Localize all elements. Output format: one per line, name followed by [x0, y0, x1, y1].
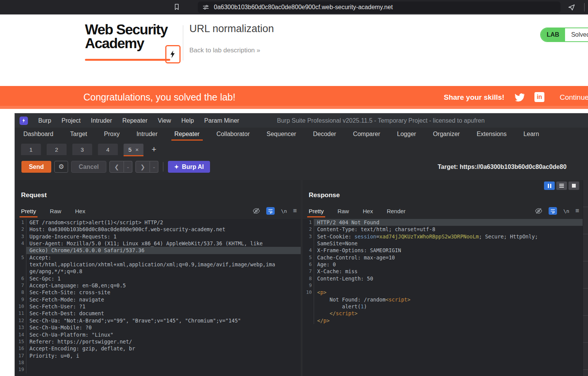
burp-ai-button[interactable]: ✦ Burp AI [168, 161, 210, 173]
back-dropdown[interactable]: ⌄ [124, 161, 132, 173]
main-tab-repeater[interactable]: Repeater [174, 128, 200, 141]
congratulations-banner: Congratulations, you solved the lab! Sha… [0, 86, 588, 109]
code-text: Not Found: /random<script> [314, 296, 583, 303]
menu-help[interactable]: Help [181, 117, 194, 124]
bookmark-icon[interactable] [173, 3, 181, 11]
code-token: Accept-Encoding: gzip, deflate, br [29, 345, 135, 352]
main-tab-learn[interactable]: Learn [523, 128, 539, 141]
repeater-tab-label: 1 [29, 146, 33, 153]
continue-link[interactable]: Continue [560, 93, 588, 102]
word-wrap-toggle[interactable] [266, 207, 275, 215]
show-newlines-icon[interactable]: \n [281, 208, 287, 214]
editor-menu-icon[interactable]: ≡ [293, 207, 297, 215]
repeater-tab-label: 3 [81, 146, 84, 153]
code-text: Sec-Gpc: 1 [26, 275, 301, 282]
main-tab-collaborator[interactable]: Collaborator [217, 128, 250, 141]
cancel-button[interactable]: Cancel [71, 161, 106, 173]
inspector-collapsed-strip[interactable] [583, 180, 588, 376]
hide-headers-icon[interactable] [252, 207, 260, 215]
line-number: 1 [15, 219, 26, 226]
editor-menu-icon[interactable]: ≡ [575, 207, 579, 215]
web-security-academy-logo[interactable]: Web Security Academy [85, 23, 168, 51]
menu-repeater[interactable]: Repeater [122, 117, 148, 124]
new-repeater-tab-button[interactable]: + [149, 144, 159, 155]
show-newlines-icon[interactable]: \n [563, 208, 569, 214]
repeater-tab-3[interactable]: 3 [72, 144, 92, 155]
linkedin-icon[interactable]: in [534, 92, 544, 102]
repeater-tab-4[interactable]: 4 [98, 144, 118, 155]
main-tab-organizer[interactable]: Organizer [433, 128, 460, 141]
request-editor[interactable]: 1GET /random<script>alert(1)</script> HT… [15, 219, 301, 376]
res-tab-hex[interactable]: Hex [363, 204, 373, 217]
layout-single-button[interactable] [568, 182, 579, 190]
code-token: Age: 0 [317, 261, 336, 267]
forward-button[interactable]: ❯ [135, 161, 150, 173]
req-tab-raw[interactable]: Raw [50, 204, 61, 217]
target-url: Target: https://0a6300b103b60d0c80ac0de8… [438, 161, 567, 173]
code-line: 3Set-Cookie: session=xad74jJQKUzTxWhoRBp… [303, 233, 583, 240]
code-line: SameSite=None [303, 240, 583, 247]
line-number: 18 [15, 359, 26, 366]
layout-buttons [544, 182, 579, 190]
code-line: 2Content-Type: text/html; charset=utf-8 [303, 226, 583, 233]
req-tab-hex[interactable]: Hex [75, 204, 85, 217]
repeater-tab-1[interactable]: 1 [21, 144, 41, 155]
hide-headers-icon[interactable] [535, 207, 542, 215]
main-tab-decoder[interactable]: Decoder [313, 128, 336, 141]
url-bar[interactable]: 0a6300b103b60d0c80ac0de800e900cf.web-sec… [198, 2, 560, 13]
code-text: alert(1) [314, 303, 583, 310]
menu-burp[interactable]: Burp [38, 117, 51, 124]
burp-window: BurpProjectIntruderRepeaterViewHelpParam… [15, 113, 588, 376]
send-button[interactable]: Send [21, 161, 51, 173]
back-to-lab-link[interactable]: Back to lab description » [189, 47, 260, 54]
line-number: 7 [303, 268, 314, 275]
code-token: HTTP/2 404 Not Found [317, 219, 380, 225]
code-token: Sec-Ch-Ua-Platform: "Linux" [29, 332, 113, 338]
req-tab-pretty[interactable]: Pretty [21, 204, 36, 217]
request-view-tabs: PrettyRawHex [21, 204, 85, 217]
twitter-icon[interactable] [515, 92, 524, 102]
tune-icon[interactable] [202, 4, 209, 11]
layout-columns-button[interactable] [544, 182, 555, 190]
response-editor-icons: \n ≡ [535, 205, 579, 217]
menu-param-miner[interactable]: Param Miner [204, 117, 239, 124]
gear-icon[interactable]: ⚙ [54, 161, 68, 173]
code-token: Not Found: /random [317, 297, 386, 303]
code-text: Sec-Ch-Ua-Platform: "Linux" [26, 331, 301, 338]
repeater-tab-5[interactable]: 5× [124, 144, 143, 155]
main-tab-logger[interactable]: Logger [397, 128, 416, 141]
response-editor[interactable]: 1HTTP/2 404 Not Found2Content-Type: text… [303, 219, 583, 376]
res-tab-raw[interactable]: Raw [337, 204, 349, 217]
main-tab-proxy[interactable]: Proxy [104, 128, 120, 141]
screen: 0a6300b103b60d0c80ac0de800e900cf.web-sec… [0, 0, 588, 376]
main-tab-dashboard[interactable]: Dashboard [23, 128, 53, 141]
code-text: <p> [314, 289, 583, 296]
menu-intruder[interactable]: Intruder [91, 117, 112, 124]
repeater-tab-2[interactable]: 2 [47, 144, 67, 155]
menu-project[interactable]: Project [62, 117, 81, 124]
line-number: 17 [15, 352, 26, 359]
menu-view[interactable]: View [158, 117, 171, 124]
line-number [303, 317, 314, 324]
code-text [314, 282, 583, 289]
send-icon[interactable] [567, 3, 576, 11]
res-tab-pretty[interactable]: Pretty [309, 204, 324, 217]
main-tab-comparer[interactable]: Comparer [353, 128, 380, 141]
code-token: Upgrade-Insecure-Requests: 1 [29, 233, 117, 240]
url-text[interactable]: 0a6300b103b60d0c80ac0de800e900cf.web-sec… [214, 4, 393, 11]
main-tab-extensions[interactable]: Extensions [477, 128, 507, 141]
forward-dropdown[interactable]: ⌄ [150, 161, 158, 173]
code-token: ge/apng,*/*;q=0.8 [29, 268, 82, 274]
line-number [15, 247, 26, 254]
word-wrap-toggle[interactable] [549, 207, 557, 215]
main-tab-intruder[interactable]: Intruder [137, 128, 158, 141]
line-number: 11 [15, 310, 26, 317]
res-tab-render[interactable]: Render [387, 204, 406, 217]
main-tab-sequencer[interactable]: Sequencer [267, 128, 296, 141]
layout-rows-button[interactable] [556, 182, 567, 190]
code-text: Set-Cookie: session=xad74jJQKUzTxWhoRBpp… [314, 233, 583, 240]
back-button[interactable]: ❮ [109, 161, 124, 173]
code-line: 5Cache-Control: max-age=10 [303, 254, 583, 261]
main-tab-target[interactable]: Target [70, 128, 87, 141]
close-icon[interactable]: × [135, 146, 139, 153]
